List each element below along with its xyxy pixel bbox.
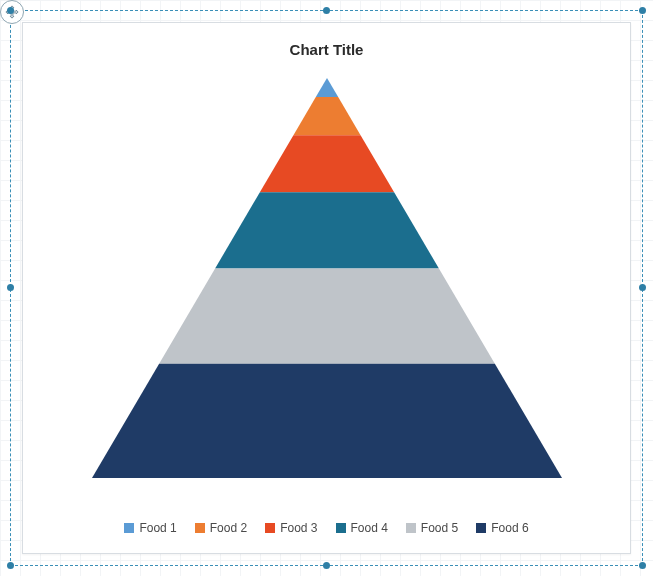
- resize-handle-e[interactable]: [639, 284, 646, 291]
- chart-plot-area[interactable]: [23, 78, 630, 493]
- chart-legend[interactable]: Food 1Food 2Food 3Food 4Food 5Food 6: [23, 521, 630, 535]
- chart-title[interactable]: Chart Title: [23, 41, 630, 58]
- legend-item-3[interactable]: Food 3: [265, 521, 317, 535]
- resize-handle-n[interactable]: [323, 7, 330, 14]
- canvas-background: Chart Title Food 1Food 2Food 3Food 4Food…: [0, 0, 653, 576]
- legend-swatch: [476, 523, 486, 533]
- pyramid-chart: [92, 78, 562, 478]
- legend-label: Food 5: [421, 521, 458, 535]
- legend-label: Food 1: [139, 521, 176, 535]
- legend-label: Food 2: [210, 521, 247, 535]
- pyramid-slice-6[interactable]: [92, 364, 562, 478]
- legend-label: Food 4: [351, 521, 388, 535]
- legend-swatch: [406, 523, 416, 533]
- legend-item-6[interactable]: Food 6: [476, 521, 528, 535]
- resize-handle-se[interactable]: [639, 562, 646, 569]
- legend-item-1[interactable]: Food 1: [124, 521, 176, 535]
- resize-handle-sw[interactable]: [7, 562, 14, 569]
- pyramid-slice-1[interactable]: [315, 78, 337, 97]
- legend-label: Food 6: [491, 521, 528, 535]
- pyramid-slice-5[interactable]: [159, 268, 495, 363]
- resize-handle-ne[interactable]: [639, 7, 646, 14]
- resize-handle-nw[interactable]: [7, 7, 14, 14]
- resize-handle-w[interactable]: [7, 284, 14, 291]
- legend-swatch: [336, 523, 346, 533]
- resize-handle-s[interactable]: [323, 562, 330, 569]
- legend-swatch: [124, 523, 134, 533]
- pyramid-slice-4[interactable]: [215, 192, 439, 268]
- legend-label: Food 3: [280, 521, 317, 535]
- legend-swatch: [265, 523, 275, 533]
- legend-item-5[interactable]: Food 5: [406, 521, 458, 535]
- legend-swatch: [195, 523, 205, 533]
- chart-object[interactable]: Chart Title Food 1Food 2Food 3Food 4Food…: [22, 22, 631, 554]
- pyramid-slice-2[interactable]: [293, 97, 360, 135]
- pyramid-slice-3[interactable]: [259, 135, 393, 192]
- legend-item-2[interactable]: Food 2: [195, 521, 247, 535]
- legend-item-4[interactable]: Food 4: [336, 521, 388, 535]
